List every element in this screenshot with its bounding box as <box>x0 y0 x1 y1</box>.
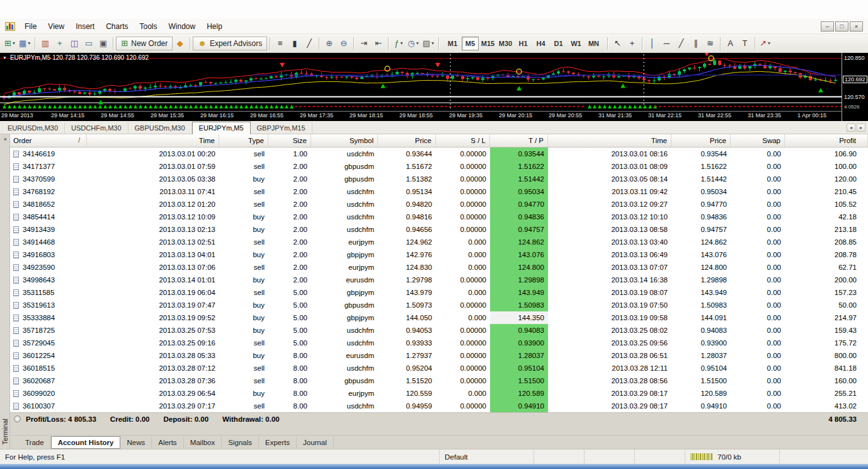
column-header-price[interactable]: Price <box>378 134 436 147</box>
equidistant-channel-button[interactable]: ∥ <box>688 37 703 50</box>
timeframe-m30-button[interactable]: M30 <box>497 37 514 50</box>
chart-candles-button[interactable]: ▮ <box>287 37 302 50</box>
menu-insert[interactable]: Insert <box>70 20 100 33</box>
table-row[interactable]: 361003072013.03.29 07:17sell8.00usdchfm0… <box>10 400 868 412</box>
chart-tab-usdchfm-m30[interactable]: USDCHFm,M30 <box>65 122 128 134</box>
column-header-price[interactable]: Price <box>671 134 731 147</box>
terminal-tab-mailbox[interactable]: Mailbox <box>184 437 222 448</box>
column-header-symbol[interactable]: Symbol <box>311 134 378 147</box>
table-row[interactable]: 353338842013.03.19 09:52buy5.00gbpjpym14… <box>10 311 868 324</box>
menu-view[interactable]: View <box>42 20 70 33</box>
table-row[interactable]: 341466192013.03.01 00:20sell1.00usdchfm0… <box>10 148 868 160</box>
trendline-button[interactable]: ╱ <box>674 37 688 50</box>
restore-button[interactable]: □ <box>835 21 848 32</box>
tab-scroll-left-button[interactable]: ◂ <box>847 124 855 132</box>
terminal-tab-alerts[interactable]: Alerts <box>152 437 183 448</box>
terminal-tab-trade[interactable]: Trade <box>19 437 51 448</box>
table-row[interactable]: 347681922013.03.11 07:41sell2.00usdchfm0… <box>10 185 868 198</box>
timeframe-d1-button[interactable]: D1 <box>550 37 567 50</box>
terminal-tab-journal[interactable]: Journal <box>297 437 334 448</box>
vertical-line-button[interactable]: │ <box>645 37 660 50</box>
close-button[interactable]: × <box>850 21 863 32</box>
chart-tab-eurjpym-m5[interactable]: EURJPYm,M5 <box>192 122 251 134</box>
table-row[interactable]: 360122542013.03.28 05:33buy8.00eurusdm1.… <box>10 349 868 362</box>
column-header-t-p[interactable]: T / P <box>490 134 548 147</box>
table-row[interactable]: 348186522013.03.12 01:20sell2.00usdchfm0… <box>10 198 868 211</box>
table-row[interactable]: 349168032013.03.13 04:01buy2.00gbpjpym14… <box>10 248 868 261</box>
chart-bars-button[interactable]: ≡ <box>273 37 287 50</box>
chart-area[interactable]: ▼ EURJPYm,M5 120.728 120.736 120.690 120… <box>0 53 868 121</box>
column-header-profit[interactable]: Profit <box>785 134 868 147</box>
menu-help[interactable]: Help <box>201 20 228 33</box>
tab-scroll-right-button[interactable]: ▸ <box>857 124 865 132</box>
table-row[interactable]: 341713772013.03.01 07:59sell2.00gbpusdm1… <box>10 160 868 173</box>
auto-scroll-button[interactable]: ⇥ <box>357 37 371 50</box>
indicators-button[interactable]: ƒ▾ <box>391 37 406 50</box>
chart-tab-eurusdm-m30[interactable]: EURUSDm,M30 <box>1 122 65 134</box>
chart-tab-gbpjpym-m15[interactable]: GBPJPYm,M15 <box>251 122 312 134</box>
table-row[interactable]: 353196132013.03.19 07:47buy5.00gbpusdm1.… <box>10 299 868 311</box>
table-row[interactable]: 357187252013.03.25 07:53buy5.00usdchfm0.… <box>10 324 868 337</box>
chart-expand-icon[interactable]: ▼ <box>3 55 7 60</box>
timeframe-h1-button[interactable]: H1 <box>515 37 532 50</box>
menu-charts[interactable]: Charts <box>100 20 134 33</box>
table-row[interactable]: 360990202013.03.29 06:54buy8.00eurjpym12… <box>10 387 868 400</box>
data-window-button[interactable]: + <box>52 37 67 50</box>
terminal-close-button[interactable]: × <box>2 136 9 143</box>
timeframe-h4-button[interactable]: H4 <box>532 37 549 50</box>
metaeditor-button[interactable]: ◆ <box>173 37 187 50</box>
periods-button[interactable]: ◷▾ <box>406 37 420 50</box>
status-profile[interactable]: Default <box>440 449 534 464</box>
cursor-button[interactable]: ↖ <box>610 37 625 50</box>
terminal-tab-signals[interactable]: Signals <box>222 437 259 448</box>
table-row[interactable]: 353115852013.03.19 06:04sell5.00gbpjpym1… <box>10 286 868 299</box>
timeframe-m1-button[interactable]: M1 <box>444 37 461 50</box>
new-chart-button[interactable]: ⊞▾ <box>3 37 17 50</box>
strategy-tester-button[interactable]: ▣ <box>96 37 110 50</box>
menu-window[interactable]: Window <box>163 20 202 33</box>
column-header-time[interactable]: Time <box>87 134 219 147</box>
column-header-s-l[interactable]: S / L <box>436 134 490 147</box>
navigator-button[interactable]: ◫ <box>67 37 81 50</box>
text-label-button[interactable]: T <box>738 37 752 50</box>
terminal-tab-account-history[interactable]: Account History <box>51 436 121 449</box>
chart-tab-gbpusdm-m30[interactable]: GBPUSDm,M30 <box>128 122 192 134</box>
table-row[interactable]: 360185152013.03.28 07:12sell8.00usdchfm0… <box>10 362 868 374</box>
timeframe-mn-button[interactable]: MN <box>585 37 602 50</box>
table-row[interactable]: 349986432013.03.14 01:01buy2.00eurusdm1.… <box>10 274 868 286</box>
crosshair-button[interactable]: + <box>625 37 639 50</box>
fibonacci-button[interactable]: ≋ <box>703 37 717 50</box>
timeframe-w1-button[interactable]: W1 <box>568 37 585 50</box>
column-header-order[interactable]: Order/ <box>10 134 87 147</box>
market-watch-button[interactable]: ▥ <box>38 37 52 50</box>
expert-advisors-button[interactable]: ☻Expert Advisors <box>193 37 267 50</box>
horizontal-line-button[interactable]: ─ <box>660 37 674 50</box>
terminal-tab-news[interactable]: News <box>120 437 152 448</box>
templates-button[interactable]: ▧▾ <box>421 37 436 50</box>
minimize-button[interactable]: – <box>821 21 834 32</box>
arrow-tools-button[interactable]: ↗▾ <box>758 37 772 50</box>
chart-line-button[interactable]: ╱ <box>302 37 316 50</box>
zoom-out-button[interactable]: ⊖ <box>336 37 351 50</box>
profiles-button[interactable]: ▦▾ <box>17 37 32 50</box>
table-row[interactable]: 343705992013.03.05 03:38buy2.00gbpusdm1.… <box>10 173 868 185</box>
table-row[interactable]: 349144682013.03.13 02:51sell2.00eurjpym1… <box>10 236 868 248</box>
column-header-type[interactable]: Type <box>219 134 268 147</box>
text-button[interactable]: A <box>723 37 738 50</box>
zoom-in-button[interactable]: ⊕ <box>322 37 336 50</box>
timeframe-m5-button[interactable]: M5 <box>462 37 479 50</box>
table-row[interactable]: 349235902013.03.13 07:06sell2.00eurjpym1… <box>10 261 868 274</box>
new-order-button[interactable]: ⊞New Order <box>116 37 173 50</box>
chart-shift-button[interactable]: ⇤ <box>371 37 385 50</box>
table-row[interactable]: 360206872013.03.28 07:36sell8.00gbpusdm1… <box>10 374 868 387</box>
menu-file[interactable]: File <box>19 20 42 33</box>
column-header-time[interactable]: Time <box>548 134 671 147</box>
menu-tools[interactable]: Tools <box>134 20 163 33</box>
timeframe-m15-button[interactable]: M15 <box>479 37 496 50</box>
table-row[interactable]: 357290452013.03.25 09:16sell5.00usdchfm0… <box>10 337 868 349</box>
column-header-size[interactable]: Size <box>268 134 311 147</box>
terminal-tab-experts[interactable]: Experts <box>259 437 297 448</box>
column-header-swap[interactable]: Swap <box>731 134 785 147</box>
table-row[interactable]: 349134392013.03.13 02:13buy2.00usdchfm0.… <box>10 223 868 236</box>
terminal-button[interactable]: ▭ <box>81 37 96 50</box>
